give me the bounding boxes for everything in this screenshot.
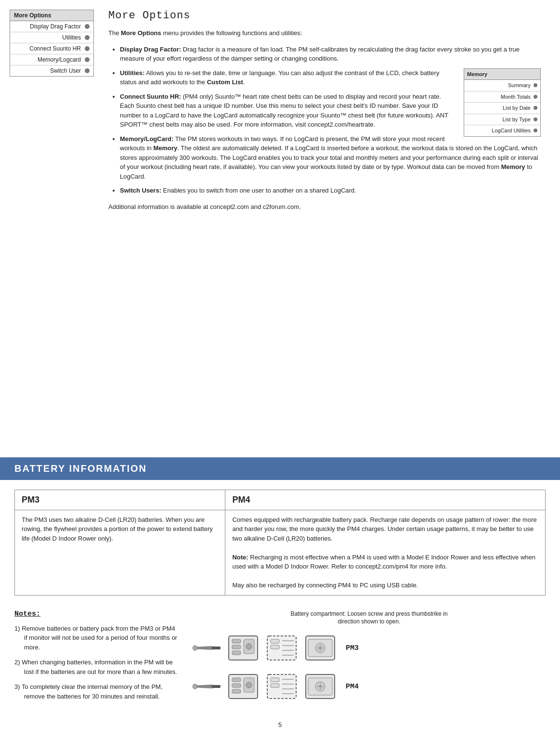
notes-right: Battery compartment: Loosen screw and pr… (193, 610, 546, 707)
svg-rect-4 (232, 639, 241, 643)
sidebar-item-memory-logcard[interactable]: Memory/Logcard (10, 54, 93, 65)
svg-rect-31 (271, 678, 279, 682)
sidebar-item-switch-user[interactable]: Switch User (10, 65, 93, 76)
text-switch-users: Enables you to switch from one user to a… (163, 187, 356, 194)
page-wrapper: More Options Display Drag Factor Utiliti… (0, 0, 560, 738)
memory-box-item-summary[interactable]: Summary (464, 80, 540, 91)
battery-section: BATTERY INFORMATION PM3 PM4 The PM3 uses… (0, 457, 560, 717)
bullet-icon (85, 35, 90, 40)
svg-rect-26 (232, 684, 241, 687)
svg-rect-1 (212, 647, 221, 649)
svg-rect-5 (232, 645, 241, 649)
svg-rect-25 (232, 678, 241, 682)
pm3-label: PM3 (346, 644, 359, 652)
svg-rect-6 (232, 651, 241, 655)
memory-item-label: Summary (467, 81, 531, 90)
text-utilities: Allows you to re-set the date, time or l… (120, 69, 439, 86)
notes-section: Notes: 1) Remove batteries or battery pa… (0, 605, 560, 717)
screwdriver-pm4-icon (193, 680, 221, 693)
text-memory-logcard: The PM stores workouts in two ways. If n… (120, 135, 538, 180)
note-item-1: 1) Remove batteries or battery pack from… (14, 624, 178, 652)
bullet-icon (85, 57, 90, 62)
sidebar-item-label: Utilities (14, 34, 81, 41)
top-section: More Options Display Drag Factor Utiliti… (0, 0, 560, 448)
pm4-battery-unit2-icon (265, 672, 299, 701)
pm4-label: PM4 (346, 683, 359, 691)
note-item-2: 2) When changing batteries, information … (14, 658, 178, 676)
pm4-text-main: Comes equipped with rechargeable battery… (232, 516, 536, 542)
memory-item-label: Month Totals (467, 93, 531, 101)
note-item-3: 3) To completely clear the internal memo… (14, 682, 178, 701)
pm4-battery-unit3-icon (303, 672, 337, 701)
main-content: More Options The More Options menu provi… (108, 10, 546, 438)
sidebar-item-label: Display Drag Factor (14, 23, 81, 30)
sidebar-item-label: Connect Suunto HR (14, 45, 81, 52)
pm3-diagram-row: PM3 (193, 634, 359, 662)
page-title: More Options (108, 10, 541, 22)
note-text: Recharging is most effective when a PM4 … (232, 554, 535, 570)
bullet-icon (534, 83, 537, 87)
col-header-pm3: PM3 (15, 490, 225, 510)
pm3-battery-unit2-icon (265, 634, 299, 662)
svg-point-8 (246, 644, 252, 649)
bullet-icon (85, 46, 90, 51)
list-item-display-drag-factor: Display Drag Factor: Drag factor is a me… (120, 45, 541, 64)
memory-box-item-logcard-utilities[interactable]: LogCard Utilities (464, 125, 540, 136)
memory-item-label: List by Type (467, 116, 531, 124)
term-utilities: Utilities: (120, 69, 144, 77)
term-connect-suunto-hr: Connect Suunto HR: (120, 93, 181, 100)
term-memory-logcard: Memory/LogCard: (120, 135, 173, 142)
battery-header: BATTERY INFORMATION (0, 457, 560, 480)
bullet-icon (534, 129, 537, 132)
bullet-list: Display Drag Factor: Drag factor is a me… (108, 45, 541, 195)
sidebar-item-label: Memory/Logcard (14, 56, 81, 63)
pm3-battery-unit3-icon (303, 634, 337, 662)
sidebar-title: More Options (10, 10, 93, 21)
sidebar: More Options Display Drag Factor Utiliti… (10, 10, 94, 77)
sidebar-item-utilities[interactable]: Utilities (10, 32, 93, 43)
pm3-battery-unit1-icon (226, 634, 260, 662)
bullet-icon (85, 68, 90, 73)
memory-bold-1: Memory (153, 144, 177, 152)
pm4-battery-unit1-icon (226, 672, 260, 701)
col-header-pm4: PM4 (225, 490, 546, 510)
screwdriver-pm3-icon (193, 641, 221, 655)
notes-list: 1) Remove batteries or battery pack from… (14, 624, 178, 701)
memory-item-label: LogCard Utilities (467, 127, 531, 135)
intro-paragraph: The More Options menu provides the follo… (108, 28, 541, 38)
list-item-utilities: Memory Summary Month Totals List by Date (120, 68, 541, 87)
memory-bold-2: Memory (501, 163, 525, 170)
memory-item-label: List by Date (467, 104, 531, 112)
svg-point-29 (246, 682, 252, 688)
sidebar-item-label: Switch User (14, 67, 81, 74)
memory-box: Memory Summary Month Totals List by Date (464, 68, 541, 137)
battery-caption: Battery compartment: Loosen screw and pr… (287, 610, 451, 626)
svg-rect-11 (271, 645, 279, 649)
sidebar-item-connect-suunto-hr[interactable]: Connect Suunto HR (10, 43, 93, 54)
intro-rest: menu provides the following functions an… (161, 29, 302, 37)
list-item-memory-logcard: Memory/LogCard: The PM stores workouts i… (120, 134, 541, 181)
battery-table-wrapper: PM3 PM4 The PM3 uses two alkaline D-Cell… (0, 480, 560, 605)
svg-point-23 (193, 684, 197, 689)
term-switch-users: Switch Users: (120, 187, 161, 194)
memory-box-item-list-by-date[interactable]: List by Date (464, 103, 540, 114)
battery-table: PM3 PM4 The PM3 uses two alkaline D-Cell… (14, 490, 546, 596)
pm4-text-end: May also be recharged by connecting PM4 … (232, 582, 418, 589)
term-display-drag-factor: Display Drag Factor: (120, 46, 181, 53)
svg-rect-22 (212, 685, 221, 688)
svg-point-2 (193, 646, 197, 650)
sidebar-item-display-drag-factor[interactable]: Display Drag Factor (10, 21, 93, 32)
svg-rect-27 (232, 689, 241, 693)
custom-list-bold: Custom List (207, 78, 243, 86)
svg-rect-10 (271, 639, 279, 643)
memory-box-item-list-by-type[interactable]: List by Type (464, 114, 540, 126)
bullet-icon (534, 117, 537, 121)
bullet-icon (534, 95, 537, 99)
bullet-icon (534, 106, 537, 110)
notes-title: Notes: (14, 610, 178, 618)
note-bold: Note: (232, 554, 248, 561)
bullet-icon (85, 24, 90, 29)
page-number: 5 (0, 716, 560, 738)
memory-box-item-month-totals[interactable]: Month Totals (464, 91, 540, 103)
battery-diagrams: PM3 (193, 634, 546, 701)
